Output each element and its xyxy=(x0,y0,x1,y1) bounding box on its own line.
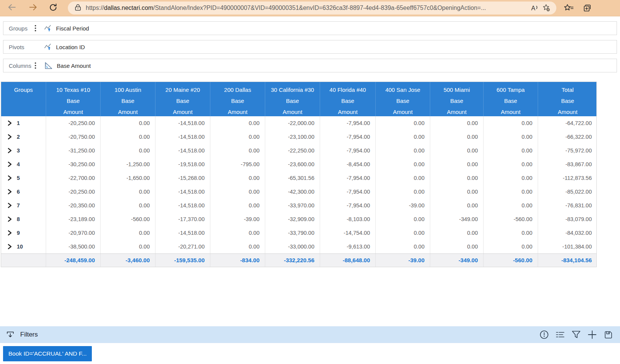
table-cell: 0.00 xyxy=(484,226,538,240)
columns-menu-button[interactable] xyxy=(32,62,38,69)
groups-menu-button[interactable] xyxy=(32,25,38,32)
column-header-100-austin[interactable]: 100 AustinBaseAmount xyxy=(101,82,155,116)
collections-button[interactable] xyxy=(581,2,594,14)
column-header-600-tampa[interactable]: 600 TampaBaseAmount xyxy=(484,82,538,116)
column-header-500-miami[interactable]: 500 MiamiBaseAmount xyxy=(430,82,484,116)
table-cell: 0.00 xyxy=(430,226,484,240)
table-cell: 0.00 xyxy=(376,116,430,130)
table-cell: -32,909.00 xyxy=(265,212,320,226)
column-header-30-california-30[interactable]: 30 California #30BaseAmount xyxy=(265,82,320,116)
table-cell: -14,518.00 xyxy=(155,226,210,240)
row-expander-4[interactable]: 4 xyxy=(1,157,46,171)
pivots-field-location-id[interactable]: Location ID xyxy=(44,43,85,51)
chevron-right-icon xyxy=(7,216,12,222)
table-cell: -15,268.00 xyxy=(155,171,210,185)
list-lines-icon xyxy=(555,330,565,339)
column-header-groups[interactable]: Groups xyxy=(1,82,46,116)
read-aloud-button[interactable]: A xyxy=(528,2,540,14)
add-favorite-button[interactable] xyxy=(540,2,553,14)
groups-label: Groups xyxy=(9,25,32,32)
lock-icon xyxy=(75,4,81,13)
list-view-button[interactable] xyxy=(554,329,566,340)
back-button[interactable] xyxy=(5,2,18,14)
collapse-filters-button[interactable] xyxy=(5,329,16,340)
table-cell: -7,954.00 xyxy=(320,199,376,212)
filter-button[interactable] xyxy=(570,329,582,340)
chevron-right-icon xyxy=(7,175,12,181)
save-button[interactable] xyxy=(602,329,614,340)
table-cell: -83,079.00 xyxy=(538,212,597,226)
table-cell: 0.00 xyxy=(101,130,155,144)
row-expander-10[interactable]: 10 xyxy=(1,240,46,253)
table-row-4: 4-30,250.00-1,250.00-19,518.00-795.00-23… xyxy=(1,157,596,171)
row-group-label: 2 xyxy=(17,130,20,144)
row-expander-9[interactable]: 9 xyxy=(1,226,46,240)
table-cell: -14,754.00 xyxy=(320,226,376,240)
table-cell: 0.00 xyxy=(376,144,430,157)
table-cell: 0.00 xyxy=(376,226,430,240)
pivots-row: Pivots Location ID xyxy=(3,40,617,54)
table-cell: 0.00 xyxy=(101,226,155,240)
table-cell: 0.00 xyxy=(101,144,155,157)
table-cell: -14,518.00 xyxy=(155,199,210,212)
add-filter-button[interactable] xyxy=(586,329,598,340)
table-cell: 0.00 xyxy=(430,157,484,171)
column-header-total[interactable]: TotalBaseAmount xyxy=(538,82,597,116)
row-expander-7[interactable]: 7 xyxy=(1,199,46,212)
table-cell: -42,300.00 xyxy=(265,185,320,199)
filter-chip-label: Book ID='ACCRUAL' AND F... xyxy=(8,350,87,357)
table-cell: -39.00 xyxy=(376,199,430,212)
table-cell: -22,700.00 xyxy=(46,171,101,185)
favorites-bar-button[interactable] xyxy=(562,2,575,14)
table-cell: -23,600.00 xyxy=(265,157,320,171)
table-cell: -1,650.00 xyxy=(101,171,155,185)
add-plus-icon xyxy=(587,330,597,340)
url-domain: dallas.nectari.com xyxy=(104,5,153,11)
row-expander-5[interactable]: 5 xyxy=(1,171,46,185)
table-cell: 0.00 xyxy=(484,130,538,144)
chevron-right-icon xyxy=(7,134,12,140)
chevron-right-icon xyxy=(7,120,12,126)
address-bar[interactable]: https://dallas.nectari.com/StandAlone/In… xyxy=(68,2,556,14)
table-cell: 0.00 xyxy=(430,240,484,253)
error-info-button[interactable] xyxy=(538,329,550,340)
chevron-right-icon xyxy=(7,148,12,154)
row-expander-3[interactable]: 3 xyxy=(1,144,46,157)
table-cell: -22,000.00 xyxy=(265,116,320,130)
table-cell: -83,867.00 xyxy=(538,157,597,171)
table-cell: 0.00 xyxy=(101,199,155,212)
row-expander-1[interactable]: 1 xyxy=(1,116,46,130)
table-cell: 0.00 xyxy=(376,185,430,199)
groups-row: Groups Fiscal Period xyxy=(3,21,617,35)
row-expander-8[interactable]: 8 xyxy=(1,212,46,226)
totals-cell: -3,460.00 xyxy=(101,254,155,267)
table-cell: -112,873.56 xyxy=(538,171,597,185)
column-header-40-florida-40[interactable]: 40 Florida #40BaseAmount xyxy=(320,82,376,116)
totals-cell: -834.00 xyxy=(210,254,265,267)
table-cell: -101,384.00 xyxy=(538,240,597,253)
column-header-20-maine-20[interactable]: 20 Maine #20BaseAmount xyxy=(155,82,210,116)
column-header-200-dallas[interactable]: 200 DallasBaseAmount xyxy=(210,82,265,116)
totals-cell: -39.00 xyxy=(376,254,430,267)
filter-chip[interactable]: Book ID='ACCRUAL' AND F... xyxy=(3,346,92,361)
table-totals-row: -248,459.00-3,460.00-159,535.00-834.00-3… xyxy=(1,253,596,267)
pivot-table: Groups10 Texas #10BaseAmount100 AustinBa… xyxy=(1,82,597,267)
dimension-icon xyxy=(44,24,52,32)
table-cell: -76,831.00 xyxy=(538,199,597,212)
table-cell: -31,250.00 xyxy=(46,144,101,157)
table-row-3: 3-31,250.000.00-14,518.000.00-22,250.00-… xyxy=(1,144,596,157)
refresh-button[interactable] xyxy=(46,2,59,14)
forward-button[interactable] xyxy=(27,2,40,14)
groups-field-label: Fiscal Period xyxy=(56,25,89,32)
column-header-10-texas-10[interactable]: 10 Texas #10BaseAmount xyxy=(46,82,101,116)
row-expander-6[interactable]: 6 xyxy=(1,185,46,199)
column-header-400-san-jose[interactable]: 400 San JoseBaseAmount xyxy=(376,82,430,116)
groups-field-fiscal-period[interactable]: Fiscal Period xyxy=(44,24,89,32)
row-expander-2[interactable]: 2 xyxy=(1,130,46,144)
totals-cell: -560.00 xyxy=(484,254,538,267)
columns-field-base-amount[interactable]: Base Amount xyxy=(44,62,91,70)
table-cell: -65,301.56 xyxy=(265,171,320,185)
columns-field-label: Base Amount xyxy=(57,63,91,69)
row-group-label: 6 xyxy=(17,185,20,199)
arrow-right-icon xyxy=(29,3,38,13)
